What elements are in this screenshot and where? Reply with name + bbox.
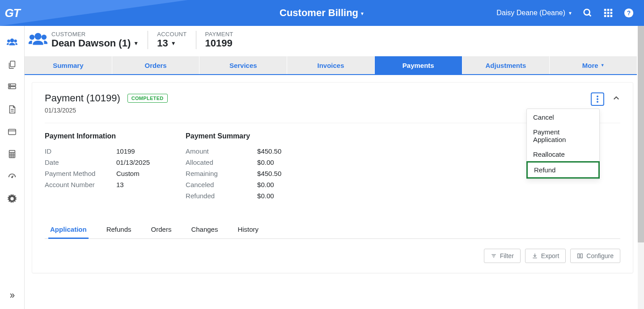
info-id-label: ID bbox=[45, 147, 116, 155]
info-account-label: Account Number bbox=[45, 181, 116, 188]
account-value: 13 bbox=[157, 38, 168, 49]
tab-more[interactable]: More ▼ bbox=[549, 56, 637, 74]
filter-label: Filter bbox=[500, 252, 514, 259]
svg-rect-44 bbox=[580, 254, 582, 258]
summary-canceled-label: Canceled bbox=[186, 181, 257, 188]
svg-rect-5 bbox=[604, 12, 606, 14]
sidebar-item-customers[interactable] bbox=[0, 31, 25, 54]
card-title: Payment (10199) bbox=[45, 92, 120, 104]
sidebar-expand-toggle[interactable] bbox=[0, 288, 25, 303]
payment-summary-column: Payment Summary Amount$450.50 Allocated$… bbox=[186, 132, 281, 203]
svg-rect-8 bbox=[604, 15, 606, 17]
summary-amount-label: Amount bbox=[186, 147, 257, 155]
export-button[interactable]: Export bbox=[525, 249, 566, 263]
info-id-value: 10199 bbox=[116, 147, 135, 155]
payment-value: 10199 bbox=[205, 38, 233, 49]
sidebar-item-servers[interactable] bbox=[0, 76, 25, 98]
svg-point-0 bbox=[584, 9, 590, 15]
svg-rect-23 bbox=[8, 129, 16, 135]
status-badge: COMPLETED bbox=[127, 94, 168, 103]
payment-card: Payment (10199) COMPLETED 01/13/2025 Can bbox=[32, 82, 633, 273]
main-content: CUSTOMER Dean Dawson (1) ▼ ACCOUNT 13 ▼ … bbox=[25, 26, 644, 309]
svg-point-14 bbox=[7, 40, 10, 43]
tab-services[interactable]: Services bbox=[199, 56, 287, 74]
caret-down-icon: ▼ bbox=[568, 11, 572, 16]
sub-tabs: Application Refunds Orders Changes Histo… bbox=[45, 221, 620, 239]
tab-payments[interactable]: Payments bbox=[374, 56, 462, 74]
svg-point-19 bbox=[10, 84, 10, 85]
svg-text:?: ? bbox=[627, 10, 631, 17]
left-sidebar bbox=[0, 26, 25, 309]
svg-point-20 bbox=[10, 88, 10, 88]
collapse-card-button[interactable] bbox=[612, 94, 620, 104]
svg-rect-3 bbox=[607, 9, 610, 11]
apps-grid-icon[interactable] bbox=[603, 8, 614, 18]
table-toolbar: Filter Export Configure bbox=[45, 249, 620, 263]
summary-refunded-label: Refunded bbox=[186, 192, 257, 200]
card-actions-menu-button[interactable] bbox=[591, 92, 604, 106]
dropdown-item-cancel[interactable]: Cancel bbox=[527, 110, 599, 125]
svg-rect-6 bbox=[607, 12, 610, 14]
svg-point-32 bbox=[12, 177, 13, 178]
caret-down-icon: ▼ bbox=[360, 11, 364, 16]
dropdown-item-refund[interactable]: Refund bbox=[526, 161, 600, 179]
svg-line-1 bbox=[589, 14, 591, 17]
sidebar-item-copy[interactable] bbox=[0, 54, 25, 76]
main-tabs: Summary Orders Services Invoices Payment… bbox=[25, 56, 637, 75]
customer-value: Dean Dawson (1) bbox=[51, 38, 131, 49]
subtab-application[interactable]: Application bbox=[48, 221, 89, 239]
header-payment-block: PAYMENT 10199 bbox=[196, 31, 242, 49]
tab-adjustments[interactable]: Adjustments bbox=[462, 56, 550, 74]
logo-area[interactable]: GT bbox=[0, 0, 25, 26]
info-date-value: 01/13/2025 bbox=[116, 159, 150, 166]
payment-information-column: Payment Information ID10199 Date01/13/20… bbox=[45, 132, 150, 203]
export-label: Export bbox=[541, 252, 559, 259]
configure-button[interactable]: Configure bbox=[570, 249, 620, 263]
caret-down-icon: ▼ bbox=[171, 40, 176, 46]
summary-allocated-label: Allocated bbox=[186, 159, 257, 166]
svg-point-34 bbox=[34, 33, 41, 40]
summary-allocated-value: $0.00 bbox=[257, 159, 274, 166]
subtab-orders[interactable]: Orders bbox=[149, 221, 174, 238]
page-header: CUSTOMER Dean Dawson (1) ▼ ACCOUNT 13 ▼ … bbox=[25, 26, 637, 56]
subtab-changes[interactable]: Changes bbox=[189, 221, 220, 238]
sidebar-item-calculator[interactable] bbox=[0, 143, 25, 165]
subtab-history[interactable]: History bbox=[236, 221, 260, 238]
tab-invoices[interactable]: Invoices bbox=[287, 56, 374, 74]
app-logo: GT bbox=[4, 6, 20, 20]
summary-remaining-value: $450.50 bbox=[257, 170, 281, 177]
subtab-refunds[interactable]: Refunds bbox=[105, 221, 133, 238]
tab-orders[interactable]: Orders bbox=[112, 56, 199, 74]
summary-amount-value: $450.50 bbox=[257, 147, 281, 155]
header-account-block[interactable]: ACCOUNT 13 ▼ bbox=[148, 31, 195, 49]
card-actions-dropdown: Cancel Payment Application Reallocate Re… bbox=[526, 109, 600, 180]
payment-summary-title: Payment Summary bbox=[186, 132, 281, 140]
sidebar-item-payments[interactable] bbox=[0, 121, 25, 143]
scrollbar-track[interactable] bbox=[638, 26, 644, 309]
svg-point-36 bbox=[42, 35, 47, 40]
svg-point-13 bbox=[10, 38, 14, 42]
sidebar-item-documents[interactable] bbox=[0, 98, 25, 121]
sidebar-item-settings[interactable] bbox=[0, 188, 25, 210]
info-account-value: 13 bbox=[116, 181, 124, 188]
sidebar-item-dashboard[interactable] bbox=[0, 165, 25, 188]
dropdown-item-reallocate[interactable]: Reallocate bbox=[527, 147, 599, 162]
tab-summary[interactable]: Summary bbox=[25, 56, 112, 74]
caret-down-icon: ▼ bbox=[133, 40, 139, 46]
tab-more-label: More bbox=[582, 62, 598, 69]
configure-label: Configure bbox=[586, 252, 614, 259]
caret-down-icon: ▼ bbox=[601, 63, 605, 67]
customer-label: CUSTOMER bbox=[51, 31, 139, 38]
info-method-label: Payment Method bbox=[45, 170, 116, 177]
filter-button[interactable]: Filter bbox=[484, 249, 521, 263]
payment-info-title: Payment Information bbox=[45, 132, 150, 140]
user-menu[interactable]: Daisy Deane (Deane) ▼ bbox=[496, 9, 572, 17]
svg-point-38 bbox=[597, 98, 598, 100]
app-title-dropdown[interactable]: Customer Billing ▼ bbox=[280, 7, 364, 19]
scrollbar-thumb[interactable] bbox=[638, 26, 644, 242]
search-icon[interactable] bbox=[582, 8, 593, 18]
header-customer-block[interactable]: CUSTOMER Dean Dawson (1) ▼ bbox=[51, 31, 148, 49]
info-date-label: Date bbox=[45, 159, 116, 166]
dropdown-item-payment-application[interactable]: Payment Application bbox=[527, 125, 599, 147]
help-icon[interactable]: ? bbox=[623, 8, 634, 18]
